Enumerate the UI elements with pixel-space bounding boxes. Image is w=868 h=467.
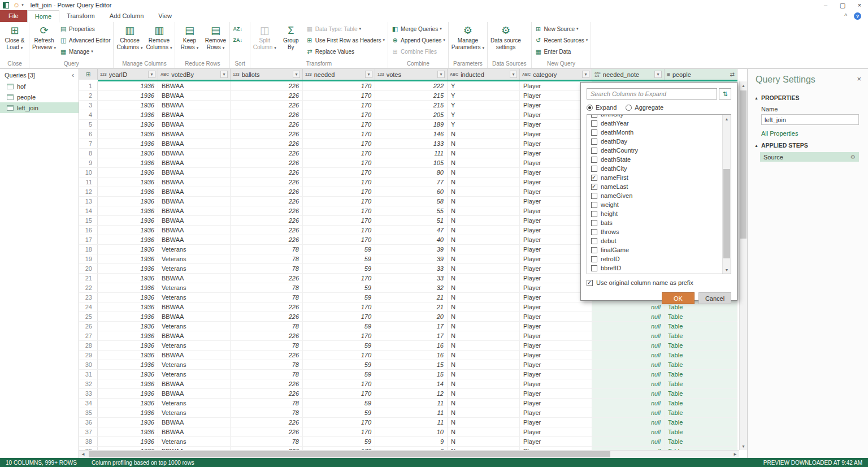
cell-ballots[interactable]: 78	[231, 360, 303, 369]
cell-inducted[interactable]: N	[448, 351, 520, 360]
expand-list-item-height[interactable]: height	[587, 209, 722, 218]
cell-votedby[interactable]: BBWAA	[158, 312, 231, 321]
cell-votes[interactable]: 189	[375, 120, 448, 129]
cell-votes[interactable]: 11	[375, 408, 448, 417]
cell-people[interactable]: Table	[665, 322, 737, 331]
cell-votes[interactable]: 11	[375, 399, 448, 408]
column-type-icon[interactable]: 123	[100, 72, 107, 76]
cell-yearid[interactable]: 1936	[98, 81, 158, 90]
cell-needed[interactable]: 59	[303, 437, 375, 446]
cell-inducted[interactable]: N	[448, 168, 520, 177]
cell-votedby[interactable]: Veterans	[158, 293, 231, 302]
horizontal-scroll-thumb[interactable]	[89, 451, 610, 457]
column-header-people[interactable]: ⊞people⇄	[665, 69, 737, 80]
cell-needed[interactable]: 170	[303, 158, 375, 167]
sort-columns-button[interactable]: ⇅	[719, 88, 731, 100]
cell-yearid[interactable]: 1936	[98, 360, 158, 369]
cell-people[interactable]: Table	[665, 399, 737, 408]
column-header-category[interactable]: ABCcategory▾	[520, 69, 592, 80]
expand-list-item-namelast[interactable]: nameLast	[587, 182, 722, 191]
cell-votes[interactable]: 21	[375, 302, 448, 312]
cell-votedby[interactable]: Veterans	[158, 408, 231, 417]
cell-inducted[interactable]: N	[448, 427, 520, 436]
cell-votedby[interactable]: BBWAA	[158, 331, 231, 340]
checkbox-icon[interactable]	[591, 114, 597, 118]
column-header-ballots[interactable]: 123ballots▾	[231, 69, 303, 80]
cell-inducted[interactable]: N	[448, 178, 520, 187]
cell-ballots[interactable]: 78	[231, 283, 303, 292]
filter-icon[interactable]: ▾	[510, 71, 517, 78]
cell-inducted[interactable]: N	[448, 399, 520, 408]
cell-needed[interactable]: 170	[303, 187, 375, 196]
sort-asc-button[interactable]: AZ↓	[231, 23, 246, 34]
expand-list-item-namegiven[interactable]: nameGiven	[587, 191, 722, 200]
replace-values-button[interactable]: ⇄Replace Values	[304, 46, 387, 57]
cell-people[interactable]: Table	[665, 360, 737, 369]
filter-icon[interactable]: ▾	[365, 71, 372, 78]
cell-yearid[interactable]: 1936	[98, 235, 158, 244]
cell-category[interactable]: Player	[520, 379, 592, 388]
column-header-needed[interactable]: 123needed▾	[303, 69, 375, 80]
cell-category[interactable]: Player	[520, 360, 592, 369]
cell-needed[interactable]: 59	[303, 245, 375, 254]
close-load-button[interactable]: ⊞Close &Load▾	[2, 23, 28, 53]
cell-votes[interactable]: 9	[375, 437, 448, 446]
checkbox-icon[interactable]	[591, 193, 597, 199]
cell-inducted[interactable]: N	[448, 226, 520, 235]
cell-needed-note[interactable]: null	[592, 312, 665, 321]
cell-needed[interactable]: 170	[303, 226, 375, 235]
cell-needed[interactable]: 59	[303, 264, 375, 273]
filter-icon[interactable]: ▾	[293, 71, 300, 78]
horizontal-scrollbar[interactable]: ◄ ►	[79, 450, 739, 458]
collapse-queries-icon[interactable]: ‹	[72, 71, 74, 79]
cell-inducted[interactable]: N	[448, 235, 520, 244]
cell-inducted[interactable]: N	[448, 254, 520, 263]
checkbox-icon[interactable]	[591, 229, 597, 235]
checkbox-icon[interactable]	[591, 175, 597, 181]
cell-yearid[interactable]: 1936	[98, 254, 158, 263]
cell-yearid[interactable]: 1936	[98, 331, 158, 340]
cell-needed-note[interactable]: null	[592, 322, 665, 331]
cell-votes[interactable]: 133	[375, 139, 448, 148]
cell-yearid[interactable]: 1936	[98, 216, 158, 225]
cell-needed[interactable]: 170	[303, 331, 375, 340]
cell-votedby[interactable]: Veterans	[158, 360, 231, 369]
cell-needed[interactable]: 59	[303, 360, 375, 369]
cell-yearid[interactable]: 1936	[98, 158, 158, 167]
filter-icon[interactable]: ▾	[148, 71, 155, 78]
search-columns-input[interactable]	[587, 88, 717, 100]
cell-people[interactable]: Table	[665, 331, 737, 340]
cell-votes[interactable]: 16	[375, 351, 448, 360]
cell-votedby[interactable]: BBWAA	[158, 302, 231, 312]
cell-ballots[interactable]: 226	[231, 302, 303, 312]
cell-category[interactable]: Player	[520, 399, 592, 408]
cell-needed[interactable]: 170	[303, 216, 375, 225]
cancel-button[interactable]: Cancel	[698, 292, 731, 304]
cell-yearid[interactable]: 1936	[98, 264, 158, 273]
manage-parameters-button[interactable]: ⚙ManageParameters▾	[450, 23, 486, 53]
cell-needed-note[interactable]: null	[592, 418, 665, 427]
cell-votedby[interactable]: BBWAA	[158, 91, 231, 100]
cell-yearid[interactable]: 1936	[98, 293, 158, 302]
expand-column-icon[interactable]: ⇄	[730, 71, 735, 77]
cell-votedby[interactable]: BBWAA	[158, 158, 231, 167]
cell-ballots[interactable]: 226	[231, 178, 303, 187]
data-source-settings-button[interactable]: ⚙Data sourcesettings	[489, 23, 523, 52]
cell-needed[interactable]: 59	[303, 341, 375, 350]
checkbox-icon[interactable]	[591, 139, 597, 145]
cell-needed-note[interactable]: null	[592, 341, 665, 350]
cell-inducted[interactable]: N	[448, 370, 520, 379]
cell-yearid[interactable]: 1936	[98, 139, 158, 148]
cell-votedby[interactable]: BBWAA	[158, 81, 231, 90]
cell-votes[interactable]: 11	[375, 418, 448, 427]
cell-category[interactable]: Player	[520, 302, 592, 312]
column-type-icon[interactable]: 123	[305, 72, 312, 76]
cell-votes[interactable]: 205	[375, 110, 448, 119]
cell-people[interactable]: Table	[665, 418, 737, 427]
cell-votes[interactable]: 17	[375, 322, 448, 331]
use-first-row-as-headers-button[interactable]: ⊞Use First Row as Headers▾	[304, 34, 387, 46]
cell-inducted[interactable]: N	[448, 408, 520, 417]
cell-votedby[interactable]: BBWAA	[158, 168, 231, 177]
cell-inducted[interactable]: N	[448, 216, 520, 225]
quick-access-dropdown-icon[interactable]: ▾	[21, 3, 24, 7]
